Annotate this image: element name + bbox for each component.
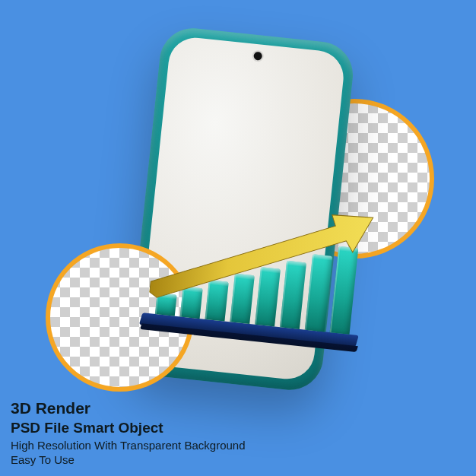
growth-bar-chart xyxy=(138,210,363,368)
caption-title: 3D Render xyxy=(11,398,246,419)
caption-line-2: Easy To Use xyxy=(11,452,246,467)
caption-subtitle: PSD File Smart Object xyxy=(11,419,246,437)
trend-arrow-icon xyxy=(145,192,376,328)
product-caption: 3D Render PSD File Smart Object High Res… xyxy=(11,398,246,467)
svg-marker-0 xyxy=(149,195,373,319)
product-preview-canvas: 3D Render PSD File Smart Object High Res… xyxy=(0,0,476,476)
caption-line-1: High Resolution With Transparent Backgro… xyxy=(11,438,246,452)
